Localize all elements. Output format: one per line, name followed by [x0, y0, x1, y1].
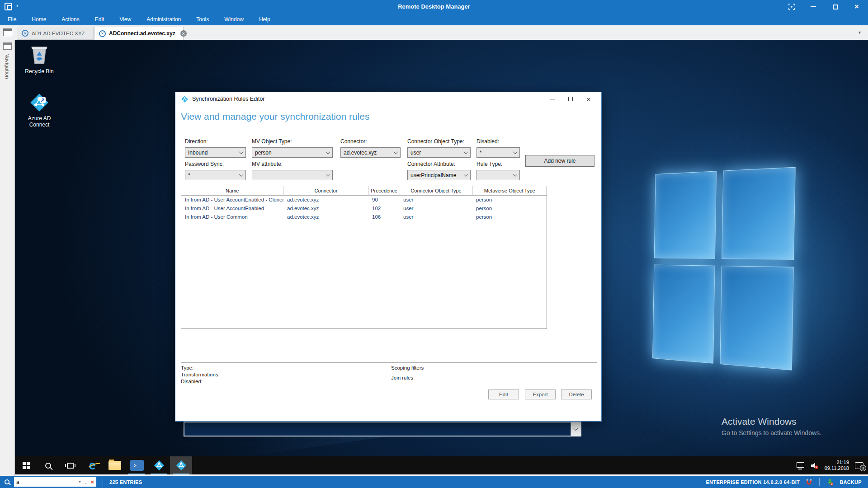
- close-button[interactable]: ×: [852, 2, 862, 12]
- dialog-close-button[interactable]: ×: [580, 92, 598, 106]
- azure-ad-connect-icon: [153, 460, 165, 471]
- sync-rules-editor-taskbar-button[interactable]: [170, 456, 192, 474]
- navigation-sidebar: Navigation: [0, 40, 15, 476]
- navigation-label[interactable]: Navigation: [5, 53, 10, 79]
- col-connector[interactable]: Connector: [283, 186, 368, 195]
- direction-value: Inbound: [188, 150, 240, 156]
- navigation-panel-icon[interactable]: [3, 42, 12, 50]
- password-sync-label: Password Sync:: [185, 161, 224, 167]
- file-explorer-button[interactable]: [104, 456, 126, 474]
- azure-ad-connect-icon: [29, 92, 50, 113]
- statusbar-search-input[interactable]: a ▾ … ×: [14, 477, 96, 487]
- table-row[interactable]: In from AD - User AccountEnabled ad.evot…: [181, 204, 547, 212]
- azure-ad-connect-taskbar-button[interactable]: [148, 456, 170, 474]
- volume-muted-icon[interactable]: [810, 462, 819, 469]
- details-divider: [181, 362, 597, 363]
- tab-list-caret-icon[interactable]: ▾: [859, 30, 861, 35]
- direction-select[interactable]: Inbound: [185, 147, 246, 158]
- maximize-button[interactable]: [830, 2, 840, 12]
- task-view-icon: [67, 463, 74, 469]
- menu-tools[interactable]: Tools: [189, 14, 217, 25]
- internet-explorer-button[interactable]: e: [81, 456, 104, 474]
- backup-status-icon[interactable]: [826, 479, 834, 486]
- rule-type-select[interactable]: [476, 170, 520, 180]
- panel-toggle-icon[interactable]: [3, 28, 12, 36]
- menu-window[interactable]: Window: [217, 14, 251, 25]
- connector-attribute-select[interactable]: userPrincipalName: [407, 170, 471, 180]
- search-clear-icon[interactable]: ×: [90, 479, 94, 485]
- taskbar-clock[interactable]: 21:19 09.11.2018: [825, 460, 849, 471]
- background-window-combobox[interactable]: [184, 422, 581, 436]
- desktop-icon-azure-ad-connect[interactable]: Azure AD Connect: [19, 92, 60, 128]
- backup-label: BACKUP: [840, 479, 862, 485]
- password-sync-select[interactable]: *: [185, 170, 246, 180]
- tab-ad1[interactable]: × AD1.AD.EVOTEC.XYZ: [17, 27, 94, 40]
- cell-name: In from AD - User Common: [181, 212, 283, 221]
- cell-metaverse-object-type: person: [472, 204, 547, 212]
- dialog-minimize-button[interactable]: [543, 92, 561, 106]
- menu-edit[interactable]: Edit: [87, 14, 112, 25]
- activate-windows-watermark: Activate Windows Go to Settings to activ…: [722, 416, 821, 436]
- dialog-titlebar[interactable]: Synchronization Rules Editor ×: [175, 92, 601, 106]
- powershell-button[interactable]: >_: [126, 456, 148, 474]
- task-view-button[interactable]: [59, 456, 81, 474]
- col-precedence[interactable]: Precedence: [368, 186, 400, 195]
- menu-file[interactable]: File: [0, 14, 24, 25]
- recycle-bin-label: Recycle Bin: [19, 68, 60, 75]
- disabled-select[interactable]: *: [476, 147, 520, 158]
- chevron-down-icon: [464, 172, 468, 177]
- clock-time: 21:19: [825, 460, 849, 465]
- mv-object-type-select[interactable]: person: [252, 147, 333, 158]
- connector-select[interactable]: ad.evotec.xyz: [340, 147, 401, 158]
- taskbar-search-button[interactable]: [37, 456, 59, 474]
- cell-connector-object-type: user: [400, 212, 472, 221]
- cell-connector: ad.evotec.xyz: [283, 195, 368, 204]
- table-row[interactable]: In from AD - User Common ad.evotec.xyz 1…: [181, 212, 547, 221]
- tab-adconnect[interactable]: × ADConnect.ad.evotec.xyz ×: [94, 27, 184, 40]
- minimize-button[interactable]: [808, 2, 818, 12]
- cell-precedence: 90: [368, 195, 400, 204]
- focus-mode-icon[interactable]: [787, 2, 797, 12]
- connector-object-type-select[interactable]: user: [407, 147, 471, 158]
- chevron-down-icon: [326, 150, 330, 154]
- add-new-rule-button[interactable]: Add new rule: [525, 155, 594, 167]
- menu-home[interactable]: Home: [24, 14, 54, 25]
- azure-ad-connect-icon: [175, 460, 187, 471]
- cell-precedence: 106: [368, 212, 400, 221]
- chevron-down-icon: [394, 150, 398, 154]
- search-options-icon[interactable]: …: [83, 479, 88, 485]
- edit-button[interactable]: Edit: [488, 389, 519, 399]
- windows-start-icon: [23, 462, 30, 469]
- menu-help[interactable]: Help: [251, 14, 278, 25]
- col-connector-object-type[interactable]: Connector Object Type: [400, 186, 472, 195]
- magnet-icon[interactable]: [806, 479, 812, 485]
- cell-metaverse-object-type: person: [472, 195, 547, 204]
- delete-button[interactable]: Delete: [561, 389, 592, 399]
- menu-view[interactable]: View: [112, 14, 139, 25]
- tab-close-icon[interactable]: ×: [180, 30, 187, 37]
- internet-explorer-icon: e: [89, 460, 96, 472]
- wallpaper-pane: [722, 167, 796, 260]
- table-row[interactable]: In from AD - User AccountEnabled - Clone…: [181, 195, 547, 204]
- dialog-maximize-button[interactable]: [561, 92, 580, 106]
- tab-adconnect-label: ADConnect.ad.evotec.xyz: [109, 30, 175, 37]
- col-metaverse-object-type[interactable]: Metaverse Object Type: [472, 186, 547, 195]
- direction-label: Direction:: [185, 138, 208, 145]
- password-sync-value: *: [188, 172, 240, 178]
- connector-label: Connector:: [340, 138, 367, 145]
- menu-administration[interactable]: Administration: [139, 14, 189, 25]
- col-name[interactable]: Name: [181, 186, 283, 195]
- start-button[interactable]: [15, 456, 37, 474]
- powershell-icon: >_: [130, 460, 144, 471]
- search-history-caret-icon[interactable]: ▾: [79, 480, 80, 484]
- desktop-icon-recycle-bin[interactable]: Recycle Bin: [19, 44, 60, 75]
- detail-type-label: Type:: [181, 365, 193, 371]
- search-icon: [5, 479, 9, 484]
- detail-join-rules-label: Join rules: [391, 375, 413, 380]
- network-icon[interactable]: [797, 462, 804, 468]
- combobox-dropdown-button[interactable]: [571, 422, 580, 436]
- mv-attribute-select[interactable]: [252, 170, 333, 180]
- action-center-icon[interactable]: 3: [855, 462, 863, 469]
- export-button[interactable]: Export: [525, 389, 556, 399]
- menu-actions[interactable]: Actions: [54, 14, 87, 25]
